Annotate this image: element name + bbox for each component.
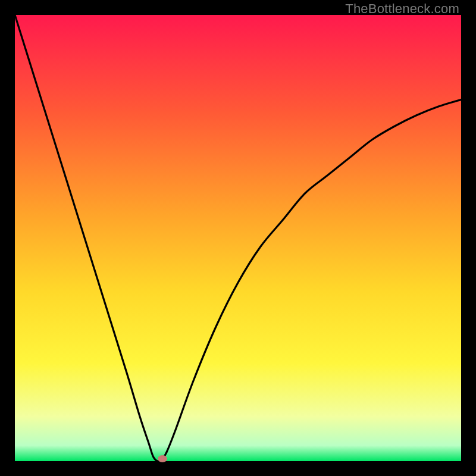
svg-rect-0 (15, 15, 461, 461)
watermark-text: TheBottleneck.com (345, 1, 459, 17)
chart-frame: TheBottleneck.com (0, 0, 476, 476)
background-gradient (15, 15, 461, 461)
plot-area (15, 15, 461, 461)
optimal-point-marker (158, 455, 167, 462)
